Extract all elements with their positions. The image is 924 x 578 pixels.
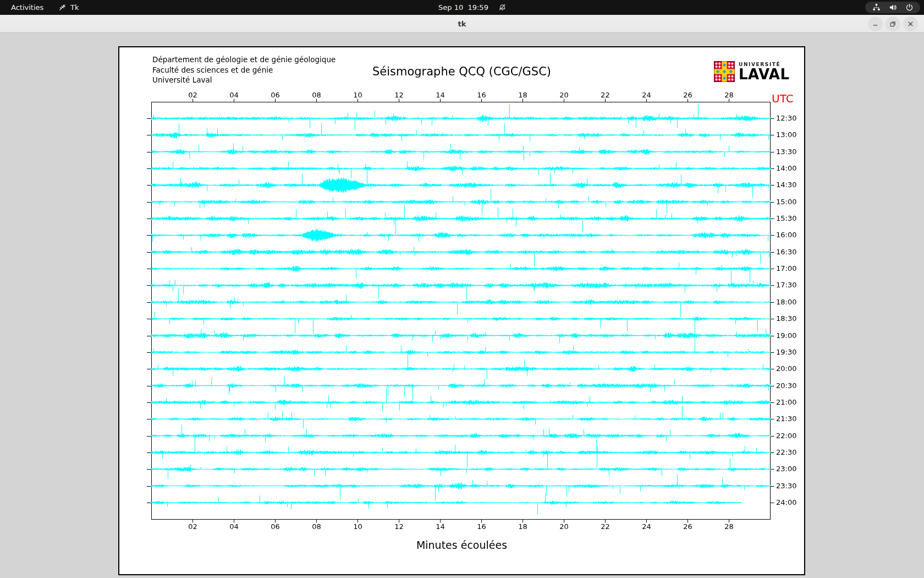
x-tick-label-bottom: 08 bbox=[312, 522, 321, 531]
utc-time-label: 13:00 bbox=[776, 130, 796, 139]
tk-app-icon bbox=[58, 3, 67, 12]
x-tick-label-top: 22 bbox=[601, 91, 610, 99]
utc-time-label: 15:30 bbox=[776, 214, 796, 222]
x-tick-label-bottom: 12 bbox=[394, 522, 404, 531]
x-tick-label-bottom: 20 bbox=[559, 522, 569, 531]
utc-time-label: 17:30 bbox=[776, 281, 796, 289]
utc-time-label: 24:00 bbox=[776, 498, 796, 506]
desktop: Activities Tk Sep 10 19:59 bbox=[0, 0, 924, 578]
x-tick-label-bottom: 22 bbox=[601, 522, 610, 531]
x-tick-label-top: 04 bbox=[229, 91, 239, 99]
clock-menu[interactable]: Sep 10 19:59 bbox=[438, 0, 507, 15]
utc-time-label: 23:00 bbox=[776, 465, 796, 473]
x-tick-label-top: 14 bbox=[436, 91, 445, 99]
top-bar: Activities Tk Sep 10 19:59 bbox=[0, 0, 924, 15]
logo-laval-label: LAVAL bbox=[739, 68, 789, 81]
x-tick-label-top: 02 bbox=[188, 91, 197, 99]
utc-time-label: 12:30 bbox=[776, 114, 796, 122]
x-tick-label-bottom: 06 bbox=[271, 522, 280, 531]
plot-title: Séismographe QCQ (CGC/GSC) bbox=[119, 65, 804, 78]
utc-time-label: 22:30 bbox=[776, 448, 796, 456]
x-tick-label-top: 26 bbox=[683, 91, 692, 99]
maximize-button[interactable] bbox=[886, 17, 900, 31]
x-tick-label-top: 18 bbox=[518, 91, 527, 99]
seismogram-canvas bbox=[119, 47, 804, 574]
minimize-button[interactable] bbox=[868, 17, 883, 31]
x-tick-label-top: 24 bbox=[642, 91, 651, 99]
x-tick-label-bottom: 04 bbox=[229, 522, 239, 531]
restore-icon bbox=[889, 20, 897, 28]
x-tick-label-top: 12 bbox=[394, 91, 404, 99]
utc-time-label: 23:30 bbox=[776, 482, 796, 490]
x-tick-label-bottom: 28 bbox=[724, 522, 734, 531]
x-tick-label-top: 10 bbox=[353, 91, 362, 99]
x-tick-label-bottom: 24 bbox=[642, 522, 651, 531]
close-button[interactable] bbox=[903, 17, 918, 31]
close-icon bbox=[906, 20, 915, 28]
universite-laval-logo: UNIVERSITÉ LAVAL bbox=[714, 61, 789, 82]
utc-time-label: 21:00 bbox=[776, 398, 796, 406]
x-tick-label-bottom: 10 bbox=[353, 522, 362, 531]
utc-time-label: 17:00 bbox=[776, 264, 796, 272]
x-tick-label-bottom: 16 bbox=[477, 522, 486, 531]
utc-time-label: 15:00 bbox=[776, 198, 796, 206]
volume-icon bbox=[889, 3, 897, 12]
x-tick-label-top: 06 bbox=[271, 91, 280, 99]
x-tick-label-bottom: 14 bbox=[436, 522, 445, 531]
laval-shield-icon bbox=[714, 61, 735, 82]
utc-time-label: 16:30 bbox=[776, 248, 796, 256]
x-tick-label-top: 20 bbox=[559, 91, 569, 99]
utc-time-label: 14:00 bbox=[776, 164, 796, 172]
minimize-icon bbox=[871, 20, 879, 28]
x-tick-label-top: 16 bbox=[477, 91, 486, 99]
power-icon bbox=[905, 3, 914, 12]
utc-time-label: 13:30 bbox=[776, 148, 796, 156]
x-tick-label-top: 08 bbox=[312, 91, 321, 99]
notifications-disabled-icon bbox=[498, 3, 507, 12]
utc-time-label: 22:00 bbox=[776, 432, 796, 440]
utc-time-label: 18:30 bbox=[776, 314, 796, 323]
utc-time-label: 21:30 bbox=[776, 415, 796, 423]
utc-time-label: 19:30 bbox=[776, 348, 796, 356]
x-tick-label-bottom: 02 bbox=[188, 522, 197, 531]
focused-app-menu[interactable]: Tk bbox=[55, 0, 82, 15]
window-titlebar: tk bbox=[0, 15, 924, 33]
window-title: tk bbox=[0, 15, 924, 33]
x-tick-label-bottom: 26 bbox=[683, 522, 692, 531]
activities-button[interactable]: Activities bbox=[6, 0, 49, 15]
utc-axis-label: UTC bbox=[772, 92, 794, 105]
utc-time-label: 14:30 bbox=[776, 181, 796, 189]
utc-time-label: 18:00 bbox=[776, 298, 796, 306]
x-tick-label-bottom: 18 bbox=[518, 522, 527, 531]
system-status-area[interactable] bbox=[865, 2, 920, 13]
clock-label: Sep 10 19:59 bbox=[438, 3, 488, 12]
institution-line-1: Département de géologie et de génie géol… bbox=[152, 54, 336, 65]
x-tick-label-top: 28 bbox=[724, 91, 734, 99]
network-wired-icon bbox=[872, 3, 881, 12]
utc-time-label: 20:00 bbox=[776, 364, 796, 373]
seismograph-panel: Département de géologie et de génie géol… bbox=[118, 46, 805, 575]
utc-time-label: 16:00 bbox=[776, 231, 796, 239]
x-axis-title: Minutes écoulées bbox=[119, 539, 804, 551]
focused-app-name: Tk bbox=[70, 3, 79, 12]
utc-time-label: 19:00 bbox=[776, 331, 796, 340]
utc-time-label: 20:30 bbox=[776, 381, 796, 390]
